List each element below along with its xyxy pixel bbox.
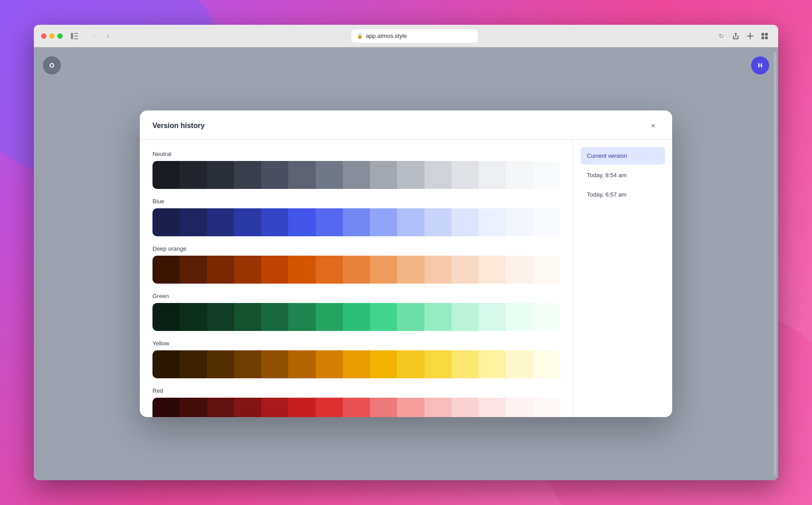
color-strip[interactable] (152, 256, 560, 284)
color-swatch[interactable] (452, 256, 479, 284)
version-item-v2[interactable]: Today, 8:54 am (581, 166, 665, 184)
sidebar-toggle-icon[interactable] (68, 30, 81, 42)
color-swatch[interactable] (152, 350, 180, 378)
color-swatch[interactable] (370, 208, 397, 236)
color-swatch[interactable] (261, 161, 288, 189)
color-swatch[interactable] (261, 350, 288, 378)
color-swatch[interactable] (152, 161, 180, 189)
color-swatch[interactable] (207, 256, 234, 284)
color-swatch[interactable] (370, 256, 397, 284)
color-swatch[interactable] (343, 256, 370, 284)
color-swatch[interactable] (343, 350, 370, 378)
color-swatch[interactable] (261, 256, 288, 284)
color-swatch[interactable] (397, 303, 424, 331)
color-strip[interactable] (152, 350, 560, 378)
color-swatch[interactable] (452, 350, 479, 378)
color-swatch[interactable] (506, 208, 533, 236)
color-swatch[interactable] (370, 350, 397, 378)
color-swatch[interactable] (288, 161, 315, 189)
color-swatch[interactable] (234, 303, 261, 331)
color-swatch[interactable] (234, 398, 261, 417)
color-swatch[interactable] (343, 303, 370, 331)
color-swatch[interactable] (180, 208, 207, 236)
color-swatch[interactable] (370, 398, 397, 417)
color-swatch[interactable] (180, 256, 207, 284)
color-swatch[interactable] (288, 398, 315, 417)
back-button[interactable]: ‹ (88, 30, 101, 42)
color-swatch[interactable] (479, 350, 506, 378)
color-swatch[interactable] (316, 208, 343, 236)
color-swatch[interactable] (452, 161, 479, 189)
color-swatch[interactable] (152, 208, 180, 236)
color-swatch[interactable] (343, 161, 370, 189)
color-swatch[interactable] (316, 161, 343, 189)
color-swatch[interactable] (506, 303, 533, 331)
color-swatch[interactable] (424, 256, 452, 284)
color-swatch[interactable] (207, 303, 234, 331)
color-swatch[interactable] (479, 208, 506, 236)
color-swatch[interactable] (506, 161, 533, 189)
color-swatch[interactable] (424, 398, 452, 417)
color-strip[interactable] (152, 303, 560, 331)
color-swatch[interactable] (316, 303, 343, 331)
color-swatch[interactable] (397, 161, 424, 189)
color-swatch[interactable] (479, 398, 506, 417)
color-swatch[interactable] (370, 303, 397, 331)
color-swatch[interactable] (288, 208, 315, 236)
color-swatch[interactable] (452, 303, 479, 331)
color-swatch[interactable] (424, 161, 452, 189)
color-swatch[interactable] (533, 256, 560, 284)
color-swatch[interactable] (452, 208, 479, 236)
color-swatch[interactable] (180, 398, 207, 417)
color-swatch[interactable] (288, 350, 315, 378)
color-swatch[interactable] (479, 161, 506, 189)
color-swatch[interactable] (452, 398, 479, 417)
color-swatch[interactable] (234, 256, 261, 284)
color-swatch[interactable] (533, 161, 560, 189)
color-swatch[interactable] (180, 303, 207, 331)
color-swatch[interactable] (533, 303, 560, 331)
reload-button[interactable]: ↻ (715, 30, 728, 42)
color-swatch[interactable] (343, 208, 370, 236)
color-swatch[interactable] (180, 350, 207, 378)
color-swatch[interactable] (316, 350, 343, 378)
forward-button[interactable]: › (102, 30, 114, 42)
color-swatch[interactable] (288, 256, 315, 284)
address-bar[interactable]: 🔒 app.atmos.style (351, 29, 478, 43)
color-swatch[interactable] (207, 398, 234, 417)
color-swatch[interactable] (234, 161, 261, 189)
color-swatch[interactable] (180, 161, 207, 189)
color-swatch[interactable] (397, 256, 424, 284)
color-swatch[interactable] (506, 256, 533, 284)
color-swatch[interactable] (152, 398, 180, 417)
color-swatch[interactable] (397, 398, 424, 417)
grid-icon[interactable] (758, 30, 771, 42)
color-swatch[interactable] (343, 398, 370, 417)
color-swatch[interactable] (152, 303, 180, 331)
color-swatch[interactable] (424, 350, 452, 378)
color-swatch[interactable] (207, 161, 234, 189)
new-tab-icon[interactable] (744, 30, 757, 42)
color-swatch[interactable] (152, 256, 180, 284)
color-swatch[interactable] (207, 208, 234, 236)
color-swatch[interactable] (424, 303, 452, 331)
color-swatch[interactable] (479, 256, 506, 284)
color-swatch[interactable] (397, 208, 424, 236)
color-strip[interactable] (152, 208, 560, 236)
color-swatch[interactable] (506, 398, 533, 417)
color-swatch[interactable] (533, 398, 560, 417)
color-swatch[interactable] (533, 208, 560, 236)
color-swatch[interactable] (261, 208, 288, 236)
color-swatch[interactable] (234, 350, 261, 378)
version-item-v3[interactable]: Today, 6:57 am (581, 186, 665, 203)
share-icon[interactable] (729, 30, 742, 42)
color-swatch[interactable] (533, 350, 560, 378)
color-swatch[interactable] (506, 350, 533, 378)
maximize-button[interactable] (57, 33, 63, 39)
color-swatch[interactable] (234, 208, 261, 236)
color-swatch[interactable] (316, 398, 343, 417)
close-button[interactable] (41, 33, 46, 39)
minimize-button[interactable] (49, 33, 55, 39)
color-swatch[interactable] (316, 256, 343, 284)
color-swatch[interactable] (397, 350, 424, 378)
